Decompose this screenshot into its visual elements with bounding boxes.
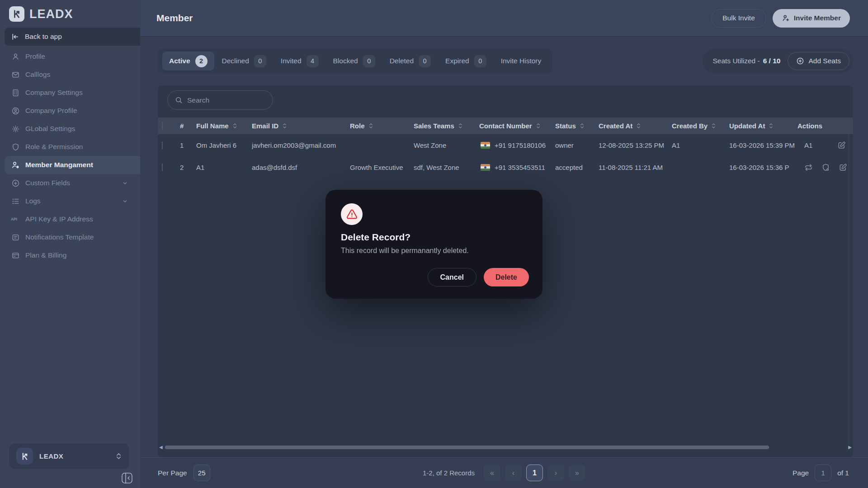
first-page-button[interactable]: « <box>484 465 500 481</box>
user-plus-icon <box>782 14 790 22</box>
sort-icon[interactable] <box>458 123 463 129</box>
page-number-input[interactable]: 1 <box>815 465 831 481</box>
sidebar-item-api-key[interactable]: API API Key & IP Address <box>0 210 140 228</box>
tab-deleted[interactable]: Deleted 0 <box>383 52 438 70</box>
sort-icon[interactable] <box>711 123 716 129</box>
sidebar-item-notifications-template[interactable]: Notifications Template <box>0 228 140 246</box>
sort-icon[interactable] <box>580 123 585 129</box>
column-header-created-by[interactable]: Created By <box>672 122 729 130</box>
permission-shield-icon[interactable] <box>821 163 830 172</box>
add-seats-label: Add Seats <box>808 57 841 65</box>
column-header-status[interactable]: Status <box>555 122 599 130</box>
sidebar-item-label: Company Profile <box>25 107 77 115</box>
prev-page-button[interactable]: ‹ <box>505 465 522 481</box>
sidebar-item-company-profile[interactable]: Company Profile <box>0 102 140 120</box>
sidebar-item-profile[interactable]: Profile <box>0 47 140 66</box>
plus-circle-icon <box>796 57 804 65</box>
tab-expired[interactable]: Expired 0 <box>439 52 493 70</box>
resend-invite-icon[interactable] <box>804 163 813 172</box>
cell-full-name: Om Javheri 6 <box>196 141 252 149</box>
row-checkbox[interactable] <box>162 164 163 171</box>
scroll-right-arrow[interactable]: ▶ <box>848 445 852 450</box>
seats-utilized-widget: Seats Utilized - 6 / 10 Add Seats <box>703 49 853 73</box>
column-header-updated-at[interactable]: Updated At <box>729 122 797 130</box>
sort-icon[interactable] <box>636 123 641 129</box>
sidebar-item-label: Company Settings <box>25 89 83 97</box>
plus-circle-icon <box>11 179 20 188</box>
tab-invited[interactable]: Invited 4 <box>274 52 326 70</box>
current-page-button[interactable]: 1 <box>526 465 543 481</box>
sort-icon[interactable] <box>536 123 541 129</box>
confirm-delete-button[interactable]: Delete <box>484 268 529 286</box>
tab-invite-history[interactable]: Invite History <box>494 52 548 70</box>
sidebar-item-label: Plan & Billing <box>25 251 66 259</box>
sidebar-item-calllogs[interactable]: Calllogs <box>0 66 140 84</box>
column-header-sales-teams[interactable]: Sales Teams <box>414 122 479 130</box>
sidebar-item-role-permission[interactable]: Role & Permission <box>0 138 140 156</box>
column-header-num[interactable]: # <box>180 122 196 130</box>
billing-icon <box>11 251 20 260</box>
brand-name: LEADX <box>29 7 73 21</box>
sort-icon[interactable] <box>232 123 237 129</box>
controls-row: Active 2 Declined 0 Invited 4 Blocked 0 … <box>158 49 853 73</box>
sidebar-item-logs[interactable]: Logs <box>0 192 140 210</box>
sidebar-item-plan-billing[interactable]: Plan & Billing <box>0 246 140 264</box>
cell-email: javheri.om2003@gmail.com <box>252 141 350 149</box>
last-page-button[interactable]: » <box>569 465 585 481</box>
search-input[interactable] <box>187 96 265 104</box>
shield-icon <box>11 143 20 151</box>
invite-member-button[interactable]: Invite Member <box>773 9 850 28</box>
gear-icon <box>11 125 20 133</box>
sidebar-item-company-settings[interactable]: Company Settings <box>0 84 140 102</box>
chevron-down-icon <box>122 198 128 205</box>
sort-icon[interactable] <box>368 123 373 129</box>
leadx-logo-icon <box>9 6 24 22</box>
scroll-left-arrow[interactable]: ◀ <box>159 445 163 450</box>
workspace-switcher[interactable]: LEADX <box>9 443 129 469</box>
sidebar-item-global-settings[interactable]: GLobal Settings <box>0 120 140 138</box>
tab-count-badge: 2 <box>195 55 208 67</box>
seats-label: Seats Utilized - <box>712 57 760 65</box>
sidebar-collapse-button[interactable] <box>121 472 133 484</box>
column-header-role[interactable]: Role <box>350 122 414 130</box>
tab-count-badge: 0 <box>254 55 266 67</box>
tab-active[interactable]: Active 2 <box>162 52 214 70</box>
user-gear-icon <box>11 161 20 169</box>
edit-icon[interactable] <box>837 141 846 150</box>
sort-icon[interactable] <box>282 123 287 129</box>
sidebar-item-member-management[interactable]: Member Mangament <box>5 156 140 174</box>
warning-circle <box>341 203 363 225</box>
tab-count-badge: 4 <box>307 55 319 67</box>
api-icon: API <box>11 216 20 222</box>
scrollbar-thumb[interactable] <box>165 446 769 449</box>
column-header-full-name[interactable]: Full Name <box>196 122 252 130</box>
add-seats-button[interactable]: Add Seats <box>788 52 849 70</box>
cell-num: 2 <box>180 164 196 171</box>
sidebar-item-custom-fields[interactable]: Custom Fields <box>0 174 140 192</box>
tab-blocked[interactable]: Blocked 0 <box>326 52 382 70</box>
row-checkbox[interactable] <box>162 141 163 149</box>
seats-value: 6 / 10 <box>763 57 781 65</box>
bulk-invite-button[interactable]: Bulk Invite <box>711 9 766 28</box>
sidebar-item-label: API Key & IP Address <box>25 215 93 223</box>
list-icon <box>11 197 20 206</box>
workspace-name: LEADX <box>39 452 63 460</box>
column-header-contact[interactable]: Contact Number <box>479 122 555 130</box>
search-icon <box>175 96 183 104</box>
delete-record-modal: Delete Record? This record will be perma… <box>326 190 542 299</box>
cancel-button[interactable]: Cancel <box>428 268 476 286</box>
workspace-logo-icon <box>16 448 33 465</box>
records-count-text: 1-2, of 2 Records <box>423 469 475 477</box>
edit-icon[interactable] <box>839 163 847 172</box>
sort-icon[interactable] <box>769 123 774 129</box>
next-page-button[interactable]: › <box>547 465 564 481</box>
tab-declined[interactable]: Declined 0 <box>215 52 273 70</box>
per-page-select[interactable]: 25 <box>193 465 210 481</box>
svg-text:API: API <box>11 217 17 221</box>
select-all-checkbox[interactable] <box>162 122 163 130</box>
india-flag-icon <box>481 164 490 171</box>
column-header-created-at[interactable]: Created At <box>599 122 672 130</box>
back-to-app-button[interactable]: Back to app <box>5 28 140 46</box>
mail-icon <box>11 70 20 79</box>
column-header-email[interactable]: Email ID <box>252 122 350 130</box>
